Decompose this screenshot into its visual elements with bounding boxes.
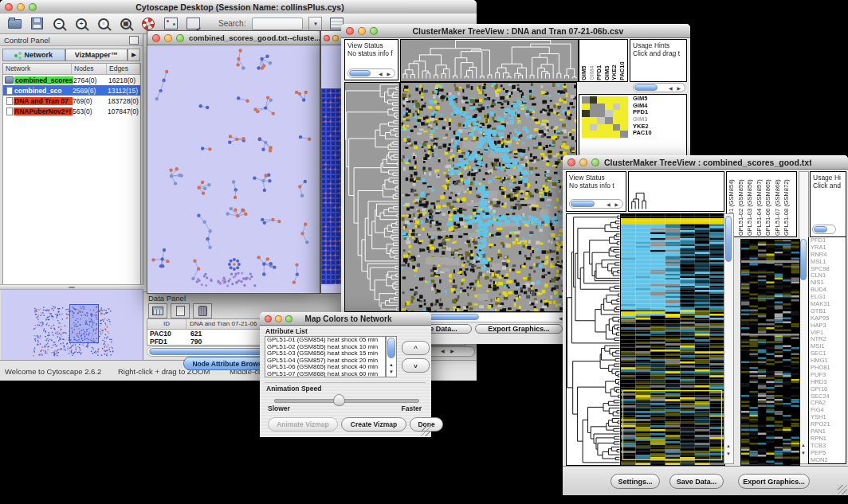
scrollbar-thumb[interactable]: [725, 216, 732, 262]
scrollbar-arrows[interactable]: ◀ ▶: [607, 201, 620, 207]
zoom-heatmap-cell[interactable]: [613, 110, 621, 117]
tv1-export-graphics-button[interactable]: Export Graphics...: [475, 324, 563, 334]
help-button[interactable]: [140, 17, 156, 31]
zoom-heatmap-cell[interactable]: [582, 124, 590, 131]
save-button[interactable]: [29, 17, 45, 31]
zoom-heatmap-cell[interactable]: [590, 131, 598, 138]
tv1-row-dendrogram[interactable]: [344, 82, 400, 312]
scrollbar-arrows[interactable]: ◀ ▶: [669, 85, 682, 91]
scrollbar-thumb[interactable]: [814, 226, 827, 232]
column-sample-label[interactable]: GPL51-07 (GSM868): [774, 173, 783, 236]
scrollbar-thumb[interactable]: [387, 338, 395, 358]
column-gene-label[interactable]: PAC10: [618, 41, 626, 80]
tv2-settings-button[interactable]: Settings...: [610, 474, 660, 489]
network-view-titlebar[interactable]: combined_scores_good.txt--cluste...: [147, 31, 320, 45]
close-button[interactable]: [324, 35, 330, 41]
panel-splitter[interactable]: [0, 284, 143, 290]
scrollbar-arrows[interactable]: ◀ ▶: [441, 348, 457, 354]
scrollbar-thumb[interactable]: [349, 70, 371, 76]
animate-vizmap-button[interactable]: Animate Vizmap: [268, 417, 338, 432]
zoom-in-button[interactable]: +: [73, 17, 89, 31]
network-graph-canvas[interactable]: [148, 45, 319, 292]
resize-grip[interactable]: [421, 427, 430, 436]
zoom-heatmap-cell[interactable]: [590, 96, 598, 104]
close-button[interactable]: [265, 315, 272, 322]
zoom-heatmap-cell[interactable]: [590, 124, 598, 131]
minimize-button[interactable]: [358, 27, 366, 35]
zoom-heatmap-cell[interactable]: [605, 96, 613, 104]
scroll-down-arrow[interactable]: ▼: [726, 451, 731, 457]
scrollbar-thumb[interactable]: [571, 201, 595, 207]
scroll-up-arrow[interactable]: ▲: [801, 443, 806, 448]
network-list-row[interactable]: RNAPuberNov2+! 563(0) 107847(0): [3, 106, 140, 116]
scroll-down-arrow[interactable]: ▼: [801, 451, 806, 456]
zoom-heatmap-cell[interactable]: [605, 117, 613, 124]
minimize-button[interactable]: [17, 3, 25, 11]
move-up-button[interactable]: ^: [402, 341, 430, 355]
scrollbar-arrows[interactable]: ◀ ▶: [379, 71, 392, 76]
minimize-button[interactable]: [332, 35, 339, 41]
minimize-button[interactable]: [275, 315, 282, 322]
zoom-heatmap-cell[interactable]: [620, 96, 628, 104]
zoom-heatmap-cell[interactable]: [605, 124, 613, 131]
tv1-column-dendrogram[interactable]: [400, 39, 579, 82]
scroll-down-arrow[interactable]: ▼: [389, 369, 394, 375]
treeview-dna-titlebar[interactable]: ClusterMaker TreeView : DNA and Tran 07-…: [341, 24, 690, 38]
tab-network[interactable]: Network: [2, 49, 65, 61]
float-panel-button[interactable]: [129, 36, 139, 45]
tv1-labels-scrollbar[interactable]: ◀ ▶: [633, 83, 685, 92]
zoom-heatmap-cell[interactable]: [590, 117, 598, 124]
tv2-heatmap-vscroll[interactable]: ▲ ▼: [724, 213, 734, 464]
zoom-heatmap-cell[interactable]: [597, 117, 605, 124]
zoom-heatmap-cell[interactable]: [605, 131, 613, 138]
resize-grip[interactable]: [838, 485, 847, 494]
tv2-export-graphics-button[interactable]: Export Graphics...: [738, 474, 810, 489]
create-attribute-button[interactable]: [171, 303, 190, 318]
zoom-heatmap-cell[interactable]: [613, 96, 621, 104]
scrollbar-thumb[interactable]: [800, 239, 807, 280]
network-overview-button[interactable]: [163, 17, 179, 31]
close-button[interactable]: [152, 34, 160, 42]
matrix-view-titlebar[interactable]: [321, 31, 342, 45]
zoom-heatmap-cell[interactable]: [597, 110, 605, 117]
zoom-heatmap-cell[interactable]: [597, 104, 605, 111]
zoom-heatmap-cell[interactable]: [605, 110, 613, 117]
zoom-heatmap-cell[interactable]: [613, 124, 621, 131]
search-dropdown-button[interactable]: ▼: [308, 17, 322, 31]
column-sample-label[interactable]: GPL51-08 (GSM872): [783, 173, 792, 236]
open-file-button[interactable]: [6, 17, 22, 31]
network-list-row[interactable]: DNA and Tran 07 769(0) 183728(0): [3, 96, 140, 106]
zoom-heatmap-cell[interactable]: [597, 131, 605, 138]
column-gene-label[interactable]: YKE2: [610, 41, 618, 80]
slider-thumb[interactable]: [333, 394, 345, 406]
move-down-button[interactable]: v: [402, 358, 430, 373]
close-button[interactable]: [5, 3, 13, 11]
zoom-heatmap-cell[interactable]: [620, 124, 628, 131]
tv2-save-data-button[interactable]: Save Data...: [669, 474, 724, 489]
column-gene-label[interactable]: GIM4: [588, 41, 596, 80]
zoom-selected-button[interactable]: ▫: [96, 17, 112, 31]
close-button[interactable]: [346, 27, 354, 35]
column-sample-label[interactable]: GPL51-02 (GSM855): [737, 173, 747, 236]
adjacency-matrix-canvas[interactable]: [321, 88, 342, 284]
scroll-up-arrow[interactable]: ▲: [726, 443, 731, 449]
network-list-row[interactable]: combined_sco 2569(6) 13112(15): [3, 85, 140, 96]
zoom-button[interactable]: [370, 27, 378, 35]
column-gene-label[interactable]: PFD1: [595, 41, 603, 80]
zoom-heatmap-cell[interactable]: [613, 104, 621, 111]
treeview-combined-titlebar[interactable]: ClusterMaker TreeView : combined_scores_…: [563, 155, 848, 170]
zoom-heatmap-cell[interactable]: [620, 131, 628, 138]
scrollbar-thumb[interactable]: [634, 84, 658, 91]
network-list-row[interactable]: combined_scores 2764(0) 16218(0): [3, 75, 140, 85]
column-edges[interactable]: Edges: [107, 64, 140, 74]
tv1-heatmap[interactable]: [400, 82, 577, 312]
zoom-heatmap-cell[interactable]: [582, 104, 590, 111]
row-gene-label[interactable]: PAC10: [633, 130, 652, 137]
animation-speed-slider[interactable]: [274, 399, 419, 403]
tv1-zoom-heatmap[interactable]: [582, 96, 628, 138]
column-nodes[interactable]: Nodes: [72, 64, 107, 74]
column-sample-label[interactable]: GPL51-03 (GSM856): [746, 173, 756, 236]
search-input[interactable]: [252, 18, 303, 30]
zoom-heatmap-cell[interactable]: [582, 96, 590, 104]
tab-vizmapper[interactable]: VizMapper™: [65, 49, 128, 61]
